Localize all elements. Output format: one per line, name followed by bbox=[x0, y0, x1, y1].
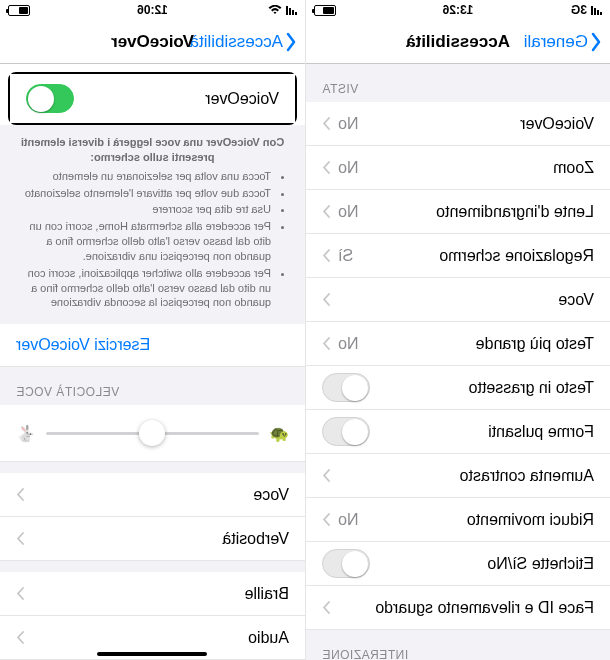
section-header-interazione: INTERAZIONE bbox=[306, 630, 610, 660]
section-header-speed: VELOCITÀ VOCE bbox=[0, 367, 305, 405]
chevron-right-icon bbox=[322, 205, 330, 218]
voiceover-toggle[interactable] bbox=[26, 84, 74, 113]
accessibility-list: VISTA VoiceOver No Zoom No Lente d'ingra… bbox=[306, 64, 610, 660]
battery-icon bbox=[8, 5, 30, 16]
voiceover-toggle-row[interactable]: VoiceOver bbox=[8, 72, 297, 125]
nav-header: Generali Accessibilità bbox=[306, 20, 610, 64]
battery-icon bbox=[314, 5, 336, 16]
signal-icon bbox=[591, 5, 602, 15]
chevron-right-icon bbox=[322, 117, 330, 130]
chevron-right-icon bbox=[322, 337, 330, 350]
rabbit-icon: 🐇 bbox=[16, 424, 36, 443]
back-button[interactable]: Accessibilità bbox=[189, 32, 297, 52]
chevron-right-icon bbox=[322, 249, 330, 262]
voiceover-help-text: Con VoiceOver una voce leggerà i diversi… bbox=[0, 125, 305, 324]
nav-header: Accessibilità VoiceOver bbox=[0, 20, 305, 64]
row-display-accommodations[interactable]: Regolazione schermo Sì bbox=[306, 234, 610, 278]
chevron-right-icon bbox=[322, 161, 330, 174]
back-button[interactable]: Generali bbox=[524, 32, 602, 52]
chevron-right-icon bbox=[322, 469, 330, 482]
chevron-right-icon bbox=[322, 293, 330, 306]
button-shapes-toggle[interactable] bbox=[322, 417, 370, 446]
row-faceid[interactable]: Face ID e rilevamento sguardo bbox=[306, 586, 610, 630]
row-braille[interactable]: Braille bbox=[0, 572, 305, 616]
row-zoom[interactable]: Zoom No bbox=[306, 146, 610, 190]
speaking-rate-row: 🐢 🐇 bbox=[0, 405, 305, 462]
bold-text-toggle[interactable] bbox=[322, 373, 370, 402]
row-voiceover[interactable]: VoiceOver No bbox=[306, 102, 610, 146]
row-voice[interactable]: Voce bbox=[0, 473, 305, 517]
row-speech[interactable]: Voce bbox=[306, 278, 610, 322]
chevron-right-icon bbox=[322, 601, 330, 614]
row-larger-text[interactable]: Testo più grande No bbox=[306, 322, 610, 366]
signal-icon bbox=[286, 5, 297, 15]
row-increase-contrast[interactable]: Aumenta contrasto bbox=[306, 454, 610, 498]
status-time: 13:26 bbox=[443, 3, 474, 17]
speaking-rate-slider[interactable] bbox=[46, 419, 259, 447]
carrier-label: 3G bbox=[571, 3, 587, 17]
status-time: 12:06 bbox=[137, 3, 168, 17]
row-reduce-motion[interactable]: Riduci movimento No bbox=[306, 498, 610, 542]
section-header-vista: VISTA bbox=[306, 64, 610, 102]
home-indicator[interactable] bbox=[98, 652, 208, 656]
wifi-icon bbox=[268, 5, 282, 15]
status-bar: 3G 13:26 bbox=[306, 0, 610, 20]
row-bold-text[interactable]: Testo in grassetto bbox=[306, 366, 610, 410]
chevron-right-icon bbox=[16, 631, 24, 644]
onoff-labels-toggle[interactable] bbox=[322, 549, 370, 578]
back-label: Accessibilità bbox=[189, 32, 283, 52]
row-button-shapes[interactable]: Forme pulsanti bbox=[306, 410, 610, 454]
chevron-right-icon bbox=[16, 488, 24, 501]
tortoise-icon: 🐢 bbox=[269, 424, 289, 443]
row-magnifier[interactable]: Lente d'ingrandimento No bbox=[306, 190, 610, 234]
row-onoff-labels[interactable]: Etichette Sì/No bbox=[306, 542, 610, 586]
chevron-right-icon bbox=[322, 513, 330, 526]
back-label: Generali bbox=[524, 32, 588, 52]
voiceover-detail-content: VoiceOver Con VoiceOver una voce leggerà… bbox=[0, 64, 305, 660]
accessibility-list-screen: 3G 13:26 Generali Accessibilità VISTA Vo… bbox=[305, 0, 610, 660]
row-verbosity[interactable]: Verbosità bbox=[0, 517, 305, 561]
voiceover-detail-screen: 12:06 Accessibilità VoiceOver VoiceOver … bbox=[0, 0, 305, 660]
chevron-right-icon bbox=[16, 587, 24, 600]
voiceover-practice-link[interactable]: Esercizi VoiceOver bbox=[0, 324, 305, 367]
status-bar: 12:06 bbox=[0, 0, 305, 20]
chevron-right-icon bbox=[16, 532, 24, 545]
